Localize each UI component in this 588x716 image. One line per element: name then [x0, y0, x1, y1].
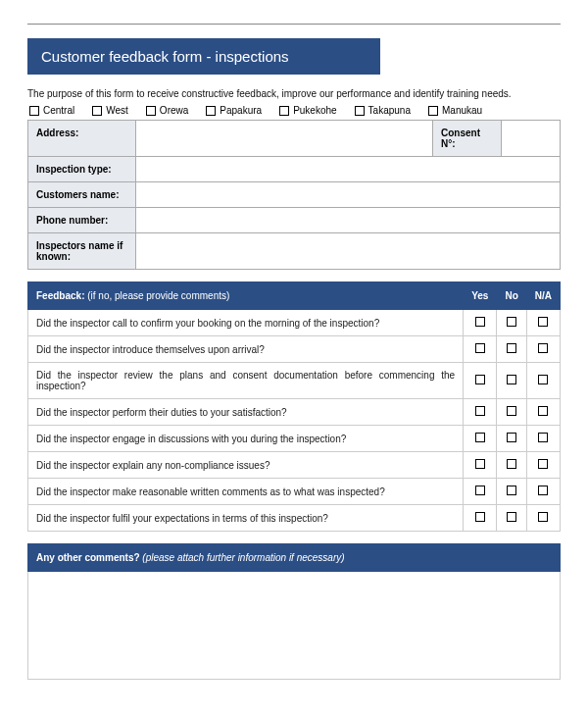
checkbox-icon [538, 459, 548, 469]
feedback-row: Did the inspector engage in discussions … [28, 426, 561, 452]
address-field[interactable] [136, 121, 433, 157]
location-label: West [106, 105, 128, 116]
checkbox-icon [538, 406, 548, 416]
answer-yes[interactable] [464, 479, 497, 505]
location-item: Pukekohe [279, 105, 336, 116]
location-item: Central [29, 105, 74, 116]
checkbox-icon [475, 433, 485, 442]
comments-label-italic: (please attach further information if ne… [140, 552, 345, 563]
checkbox-icon [475, 459, 485, 469]
feedback-question: Did the inspector call to confirm your b… [28, 310, 464, 336]
checkbox-icon[interactable] [355, 106, 365, 116]
location-label: Takapuna [368, 105, 411, 116]
feedback-question: Did the inspector explain any non-compli… [28, 452, 464, 479]
col-na: N/A [526, 282, 560, 310]
feedback-header: Feedback: (if no, please provide comment… [28, 282, 464, 310]
feedback-question: Did the inspector engage in discussions … [28, 426, 464, 452]
feedback-table: Feedback: (if no, please provide comment… [27, 281, 561, 532]
checkbox-icon[interactable] [428, 106, 438, 116]
location-item: Takapuna [355, 105, 411, 116]
feedback-question: Did the inspector fulfil your expectatio… [28, 505, 464, 532]
form-purpose: The purpose of this form to receive cons… [27, 88, 561, 99]
feedback-question: Did the inspector make reasonable writte… [28, 479, 464, 505]
answer-no[interactable] [497, 426, 526, 452]
location-item: Papakura [206, 105, 262, 116]
answer-na[interactable] [526, 505, 560, 532]
location-item: Orewa [146, 105, 188, 116]
feedback-row: Did the inspector fulfil your expectatio… [28, 505, 561, 532]
location-label: Manukau [442, 105, 482, 116]
checkbox-icon [538, 512, 548, 522]
answer-na[interactable] [526, 452, 560, 479]
comments-header: Any other comments? (please attach furth… [27, 543, 561, 572]
inspection-type-field[interactable] [136, 157, 561, 182]
checkbox-icon [538, 433, 548, 442]
location-label: Orewa [160, 105, 188, 116]
feedback-row: Did the inspector introduce themselves u… [28, 336, 561, 363]
location-item: West [92, 105, 128, 116]
checkbox-icon [538, 486, 548, 495]
checkbox-icon [538, 343, 548, 353]
feedback-header-bold: Feedback: [36, 290, 84, 301]
checkbox-icon[interactable] [92, 106, 102, 116]
feedback-row: Did the inspector make reasonable writte… [28, 479, 561, 505]
inspectors-name-field[interactable] [136, 233, 561, 270]
answer-no[interactable] [497, 363, 526, 399]
answer-yes[interactable] [464, 310, 497, 336]
answer-yes[interactable] [464, 452, 497, 479]
location-list: Central West Orewa Papakura Pukekohe Tak… [27, 105, 561, 116]
answer-yes[interactable] [464, 363, 497, 399]
answer-no[interactable] [497, 336, 526, 363]
feedback-row: Did the inspector explain any non-compli… [28, 452, 561, 479]
checkbox-icon [538, 375, 548, 384]
checkbox-icon[interactable] [29, 106, 39, 116]
phone-label: Phone number: [28, 208, 136, 233]
answer-yes[interactable] [464, 426, 497, 452]
col-yes: Yes [464, 282, 497, 310]
answer-na[interactable] [526, 399, 560, 426]
answer-no[interactable] [497, 479, 526, 505]
answer-na[interactable] [526, 336, 560, 363]
checkbox-icon [507, 433, 516, 442]
checkbox-icon [475, 512, 485, 522]
answer-na[interactable] [526, 479, 560, 505]
checkbox-icon[interactable] [206, 106, 216, 116]
location-item: Manukau [428, 105, 482, 116]
checkbox-icon [538, 317, 548, 327]
checkbox-icon [507, 343, 516, 353]
location-label: Papakura [220, 105, 262, 116]
checkbox-icon [507, 317, 516, 327]
location-label: Central [43, 105, 74, 116]
answer-yes[interactable] [464, 336, 497, 363]
consent-field[interactable] [502, 121, 561, 157]
answer-no[interactable] [497, 505, 526, 532]
checkbox-icon[interactable] [146, 106, 156, 116]
checkbox-icon [475, 486, 485, 495]
checkbox-icon [475, 375, 485, 384]
consent-label: Consent N°: [433, 121, 502, 157]
customers-name-field[interactable] [136, 182, 561, 208]
answer-yes[interactable] [464, 399, 497, 426]
feedback-row: Did the inspector call to confirm your b… [28, 310, 561, 336]
feedback-header-row: Feedback: (if no, please provide comment… [28, 282, 561, 310]
feedback-row: Did the inspector review the plans and c… [28, 363, 561, 399]
feedback-question: Did the inspector introduce themselves u… [28, 336, 464, 363]
answer-no[interactable] [497, 399, 526, 426]
checkbox-icon [507, 512, 516, 522]
comments-field[interactable] [27, 572, 561, 680]
inspectors-name-label: Inspectors name if known: [28, 233, 136, 270]
phone-field[interactable] [136, 208, 561, 233]
checkbox-icon [475, 317, 485, 327]
customers-name-label: Customers name: [28, 182, 136, 208]
answer-na[interactable] [526, 426, 560, 452]
answer-na[interactable] [526, 363, 560, 399]
answer-yes[interactable] [464, 505, 497, 532]
checkbox-icon [507, 486, 516, 495]
checkbox-icon[interactable] [279, 106, 289, 116]
checkbox-icon [507, 406, 516, 416]
answer-na[interactable] [526, 310, 560, 336]
address-label: Address: [28, 121, 136, 157]
answer-no[interactable] [497, 452, 526, 479]
comments-label-bold: Any other comments? [36, 552, 140, 563]
answer-no[interactable] [497, 310, 526, 336]
